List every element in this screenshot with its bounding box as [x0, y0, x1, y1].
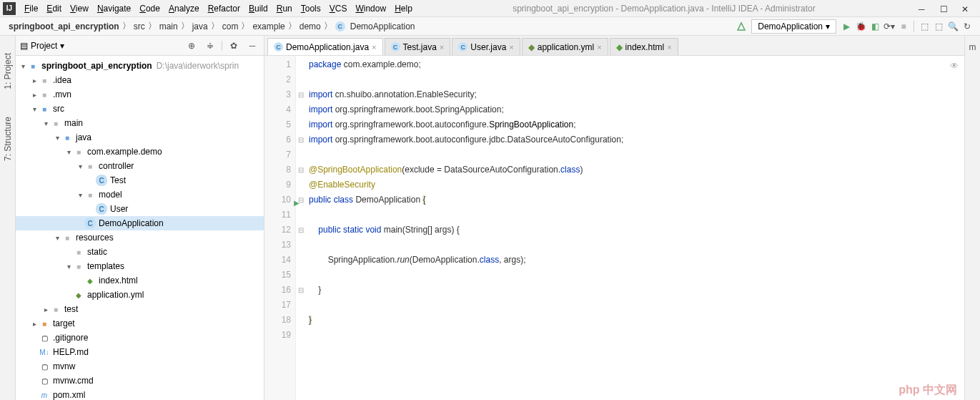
close-tab-icon[interactable]: ×: [509, 43, 513, 52]
project-tree[interactable]: ▾■springboot_api_encryptionD:\java\iderw…: [16, 56, 264, 400]
breadcrumb[interactable]: springboot_api_encryption: [6, 21, 122, 31]
md-icon: M↓: [39, 346, 50, 358]
tree-src[interactable]: ▾■src: [16, 102, 264, 116]
close-icon[interactable]: ✕: [961, 4, 970, 13]
menu-navigate[interactable]: Navigate: [93, 4, 135, 14]
run-gutter-icon[interactable]: ▶: [294, 195, 300, 210]
breadcrumb[interactable]: com: [219, 21, 242, 31]
package-icon: ■: [84, 160, 96, 172]
gear-icon[interactable]: ✿: [227, 39, 241, 53]
menu-edit[interactable]: Edit: [42, 4, 66, 14]
file-icon: ▢: [39, 332, 50, 343]
tree-test[interactable]: ▸■test: [16, 302, 264, 316]
hide-icon[interactable]: ─: [245, 39, 259, 53]
inspection-eye-icon[interactable]: 👁: [950, 59, 959, 74]
close-tab-icon[interactable]: ×: [372, 43, 376, 52]
menu-view[interactable]: View: [66, 4, 93, 14]
breadcrumb[interactable]: example: [249, 21, 287, 31]
folder-icon: ■: [61, 132, 73, 143]
toolwindow-structure[interactable]: 7: Structure: [1, 114, 14, 164]
menu-tools[interactable]: Tools: [297, 4, 325, 14]
close-tab-icon[interactable]: ×: [597, 43, 601, 52]
stop-button[interactable]: ■: [896, 19, 911, 34]
breadcrumb[interactable]: java: [189, 21, 211, 31]
tree-mvn[interactable]: ▸■.mvn: [16, 87, 264, 102]
search-icon[interactable]: 🔍: [946, 19, 960, 34]
folder-icon: ■: [73, 246, 84, 258]
tree-mvnw-cmd[interactable]: ▢mvnw.cmd: [16, 374, 264, 388]
tab-user-java[interactable]: CUser.java×: [452, 38, 520, 55]
tree-controller[interactable]: ▾■controller: [16, 159, 264, 173]
tree-templates[interactable]: ▾■templates: [16, 259, 264, 273]
maximize-icon[interactable]: ☐: [940, 4, 949, 13]
tree-static[interactable]: ■static: [16, 245, 264, 259]
breadcrumb[interactable]: demo: [297, 21, 324, 31]
close-tab-icon[interactable]: ×: [667, 43, 671, 52]
tree-test-class[interactable]: CTest: [16, 173, 264, 187]
toolwindow-project[interactable]: 1: Project: [1, 50, 14, 92]
close-tab-icon[interactable]: ×: [440, 43, 444, 52]
project-panel: ▤ Project ▾ ⊕ ≑ ✿ ─ ▾■springboot_api_enc…: [16, 36, 264, 400]
profile-button[interactable]: ⟳▾: [882, 19, 896, 34]
run-button[interactable]: ▶: [839, 19, 853, 34]
yml-icon: ◆: [73, 289, 84, 301]
tab-test-java[interactable]: CTest.java×: [385, 38, 451, 55]
breadcrumb[interactable]: CDemoApplication: [332, 21, 418, 31]
run-config-select[interactable]: DemoApplication ▾: [751, 19, 836, 34]
folder-icon: ■: [39, 103, 50, 114]
tree-demoapp-class[interactable]: CDemoApplication: [16, 216, 264, 230]
tab-demoapplication-java[interactable]: CDemoApplication.java×: [267, 38, 383, 55]
tree-gitignore[interactable]: ▢.gitignore: [16, 331, 264, 345]
menu-window[interactable]: Window: [351, 4, 390, 14]
tree-main[interactable]: ▾■main: [16, 116, 264, 130]
locate-icon[interactable]: ⊕: [184, 39, 199, 53]
tree-pom[interactable]: mpom.xml: [16, 388, 264, 400]
xml-icon: m: [39, 389, 50, 400]
minimize-icon[interactable]: ─: [919, 4, 927, 13]
maven-icon[interactable]: m: [966, 40, 980, 54]
folder-icon: ■: [27, 60, 39, 72]
tab-application-yml[interactable]: ◆application.yml×: [522, 38, 608, 55]
tree-user-class[interactable]: CUser: [16, 202, 264, 216]
line-gutter[interactable]: 12345678910▶111213141516171819: [264, 56, 296, 400]
breadcrumb[interactable]: src: [131, 21, 148, 31]
tree-target[interactable]: ▸■target: [16, 316, 264, 331]
menu-refactor[interactable]: Refactor: [204, 4, 244, 14]
menubar: IJ FileEditViewNavigateCodeAnalyzeRefact…: [0, 0, 980, 17]
folder-icon: ■: [39, 89, 50, 100]
git-update-icon[interactable]: ⬚: [917, 19, 931, 34]
app-logo: IJ: [3, 2, 16, 15]
fold-column[interactable]: ⊟⊟⊟⊟⊟⊟: [296, 56, 306, 400]
menu-help[interactable]: Help: [390, 4, 417, 14]
menu-analyze[interactable]: Analyze: [164, 4, 204, 14]
tree-app-yml[interactable]: ◆application.yml: [16, 288, 264, 302]
coverage-button[interactable]: ◧: [868, 19, 882, 34]
code-body[interactable]: package com.example.demo;import cn.shuib…: [306, 56, 964, 400]
menu-vcs[interactable]: VCS: [325, 4, 352, 14]
tab-index-html[interactable]: ◆index.html×: [610, 38, 678, 55]
project-icon: ▤: [20, 41, 28, 51]
tree-model[interactable]: ▾■model: [16, 187, 264, 202]
tree-resources[interactable]: ▾■resources: [16, 230, 264, 245]
breadcrumb[interactable]: main: [157, 21, 181, 31]
tree-mvnw[interactable]: ▢mvnw: [16, 359, 264, 374]
watermark: php 中文网: [899, 382, 957, 397]
build-icon[interactable]: [734, 19, 748, 34]
settings-icon[interactable]: ↻: [960, 19, 974, 34]
menu-code[interactable]: Code: [135, 4, 164, 14]
menu-file[interactable]: File: [20, 4, 42, 14]
tree-index-html[interactable]: ◆index.html: [16, 273, 264, 288]
tree-root[interactable]: ▾■springboot_api_encryptionD:\java\iderw…: [16, 59, 264, 73]
git-commit-icon[interactable]: ⬚: [931, 19, 946, 34]
project-panel-title[interactable]: ▤ Project ▾: [20, 41, 64, 51]
tree-idea[interactable]: ▸■.idea: [16, 73, 264, 87]
tree-java[interactable]: ▾■java: [16, 130, 264, 145]
folder-icon: ■: [73, 260, 84, 272]
tree-pkg[interactable]: ▾■com.example.demo: [16, 145, 264, 159]
collapse-icon[interactable]: ≑: [203, 39, 217, 53]
tree-help-md[interactable]: M↓HELP.md: [16, 345, 264, 359]
debug-button[interactable]: 🐞: [853, 19, 868, 34]
code-area[interactable]: 12345678910▶111213141516171819 ⊟⊟⊟⊟⊟⊟ pa…: [264, 56, 964, 400]
menu-build[interactable]: Build: [244, 4, 272, 14]
menu-run[interactable]: Run: [272, 4, 297, 14]
